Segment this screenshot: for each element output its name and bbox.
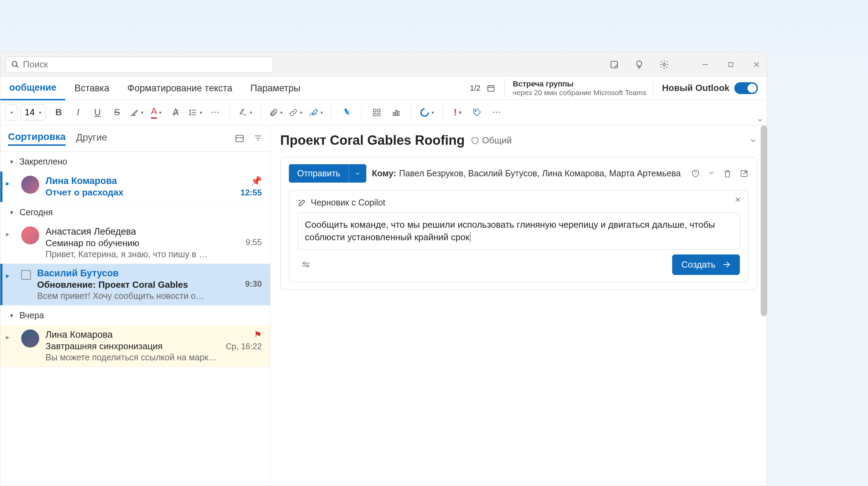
font-size-dropdown[interactable]: 14▾ bbox=[20, 104, 46, 120]
delete-icon[interactable] bbox=[723, 169, 732, 178]
chevron-down-icon: ▾ bbox=[10, 158, 13, 166]
tab-sorted[interactable]: Сортировка bbox=[8, 131, 66, 146]
section-yesterday[interactable]: ▾ Вчера bbox=[0, 305, 270, 325]
content-area: Сортировка Другие ▾ Закреплено ▸ Лина Ко… bbox=[0, 125, 767, 486]
search-box[interactable] bbox=[6, 57, 273, 73]
section-label: Вчера bbox=[19, 310, 44, 320]
popout-icon[interactable] bbox=[740, 169, 749, 178]
gear-icon[interactable] bbox=[659, 60, 669, 69]
message-header: Проект Coral Gables Roofing Общий bbox=[280, 133, 757, 148]
font-color-button[interactable]: A▾ bbox=[150, 105, 163, 120]
attach-button[interactable]: ▾ bbox=[269, 105, 283, 120]
calendar-icon[interactable] bbox=[487, 84, 495, 92]
recipients-line[interactable]: Кому:Павел Безруков, Василий Бутусов, Ли… bbox=[372, 168, 681, 178]
send-dropdown[interactable] bbox=[349, 164, 366, 183]
more-formatting-button[interactable]: ⋯ bbox=[208, 105, 222, 120]
svg-rect-2 bbox=[611, 61, 618, 68]
lightbulb-icon[interactable] bbox=[634, 60, 644, 69]
sensitivity-badge[interactable]: Общий bbox=[470, 135, 512, 146]
mail-time: 12:55 bbox=[241, 188, 262, 198]
mail-subject: Отчет о расходах bbox=[45, 187, 234, 198]
section-today[interactable]: ▾ Сегодня bbox=[0, 202, 270, 222]
ribbon-expand-icon[interactable] bbox=[757, 117, 763, 124]
flag-icon[interactable]: ⚑ bbox=[254, 329, 262, 340]
svg-rect-19 bbox=[393, 112, 394, 116]
pin-icon[interactable]: 📌 bbox=[251, 176, 262, 186]
more-button[interactable]: ⋯ bbox=[490, 105, 503, 120]
clear-format-button[interactable]: A̷ bbox=[169, 105, 182, 120]
copilot-draft-box: Черновик с Copilot Сообщить команде, что… bbox=[289, 190, 749, 282]
svg-rect-18 bbox=[377, 113, 380, 116]
chevron-down-icon[interactable] bbox=[708, 169, 715, 178]
svg-rect-21 bbox=[398, 111, 399, 115]
link-button[interactable]: ▾ bbox=[289, 105, 302, 120]
app-window: ообщение Вставка Форматирование текста П… bbox=[0, 52, 767, 486]
copilot-header: Черновик с Copilot bbox=[298, 198, 740, 208]
titlebar-actions bbox=[609, 60, 761, 69]
tag-button[interactable] bbox=[470, 105, 484, 120]
note-icon[interactable] bbox=[609, 60, 619, 69]
mail-subject: Семинар по обучению bbox=[45, 238, 239, 249]
svg-line-1 bbox=[16, 66, 18, 68]
underline-button[interactable]: U bbox=[91, 105, 104, 120]
svg-rect-5 bbox=[729, 62, 733, 67]
message-counter: 1/2 bbox=[470, 84, 481, 93]
mail-item-flagged[interactable]: ▸ Лина Комарова Завтрашняя синхронизация… bbox=[0, 325, 270, 367]
mail-from: Лина Комарова bbox=[45, 329, 219, 340]
section-label: Закреплено bbox=[19, 157, 67, 167]
chevron-down-icon: ▾ bbox=[10, 209, 13, 216]
tab-format-text[interactable]: Форматирование текста bbox=[118, 77, 241, 100]
adjust-icon[interactable] bbox=[298, 259, 314, 270]
line-spacing-button[interactable]: ▾ bbox=[189, 105, 202, 120]
copilot-pen-icon bbox=[298, 198, 307, 207]
tab-message[interactable]: ообщение bbox=[0, 76, 65, 100]
highlight-button[interactable]: ▾ bbox=[130, 105, 143, 120]
create-button[interactable]: Создать bbox=[672, 254, 740, 275]
scrollbar[interactable] bbox=[761, 125, 767, 316]
maximize-icon[interactable] bbox=[726, 60, 736, 69]
mail-item-selected[interactable]: ▸ Василий Бутусов Обновление: Проект Cor… bbox=[0, 264, 270, 305]
mail-time: 9:30 bbox=[245, 279, 262, 289]
new-outlook-label: Новый Outlook bbox=[662, 83, 729, 93]
chevron-down-icon[interactable] bbox=[749, 136, 757, 145]
new-outlook-toggle: Новый Outlook bbox=[653, 82, 758, 94]
font-dropdown[interactable]: ▾ bbox=[5, 104, 17, 120]
shield-help-icon[interactable]: ? bbox=[691, 169, 700, 178]
poll-button[interactable] bbox=[390, 105, 403, 120]
create-label: Создать bbox=[681, 259, 716, 270]
mail-item-pinned[interactable]: ▸ Лина Комарова Отчет о расходах 📌 12:55 bbox=[0, 171, 270, 202]
toggle-switch[interactable] bbox=[734, 82, 758, 94]
expand-icon[interactable]: ▸ bbox=[6, 226, 15, 259]
mail-from: Лина Комарова bbox=[45, 176, 234, 186]
filter-icon[interactable] bbox=[253, 134, 262, 143]
avatar bbox=[21, 226, 39, 244]
copilot-prompt-input[interactable]: Сообщить команде, что мы решили использо… bbox=[298, 212, 740, 250]
mail-subject: Обновление: Проект Coral Gables bbox=[37, 279, 239, 290]
apps-button[interactable] bbox=[370, 105, 383, 120]
importance-high-button[interactable]: !▾ bbox=[451, 105, 464, 120]
layout-icon[interactable] bbox=[235, 134, 244, 143]
section-pinned[interactable]: ▾ Закреплено bbox=[0, 152, 270, 171]
upcoming-meeting[interactable]: Встреча группы через 20 мин собрание Mic… bbox=[505, 79, 646, 97]
signature-button[interactable]: ▾ bbox=[309, 105, 323, 120]
bold-button[interactable]: B bbox=[52, 105, 65, 120]
search-input[interactable] bbox=[23, 59, 268, 70]
tab-other[interactable]: Другие bbox=[76, 132, 107, 145]
copilot-icon[interactable] bbox=[340, 105, 353, 120]
close-icon[interactable] bbox=[752, 60, 761, 69]
send-button[interactable]: Отправить bbox=[289, 164, 349, 183]
expand-icon[interactable]: ▸ bbox=[6, 329, 15, 362]
italic-button[interactable]: I bbox=[72, 105, 85, 120]
close-icon[interactable] bbox=[734, 196, 741, 203]
loop-button[interactable]: ▾ bbox=[420, 105, 434, 120]
strikethrough-button[interactable]: S bbox=[110, 105, 124, 120]
select-checkbox[interactable] bbox=[21, 270, 31, 280]
mail-item[interactable]: ▸ Анастасия Лебедева Семинар по обучению… bbox=[0, 222, 270, 264]
avatar bbox=[21, 329, 39, 347]
styles-button[interactable]: ▾ bbox=[239, 105, 252, 120]
expand-icon[interactable]: ▸ bbox=[6, 176, 15, 198]
minimize-icon[interactable] bbox=[700, 60, 710, 69]
tab-options[interactable]: Параметры bbox=[241, 77, 309, 100]
expand-icon[interactable]: ▸ bbox=[6, 268, 15, 301]
tab-insert[interactable]: Вставка bbox=[65, 77, 118, 100]
